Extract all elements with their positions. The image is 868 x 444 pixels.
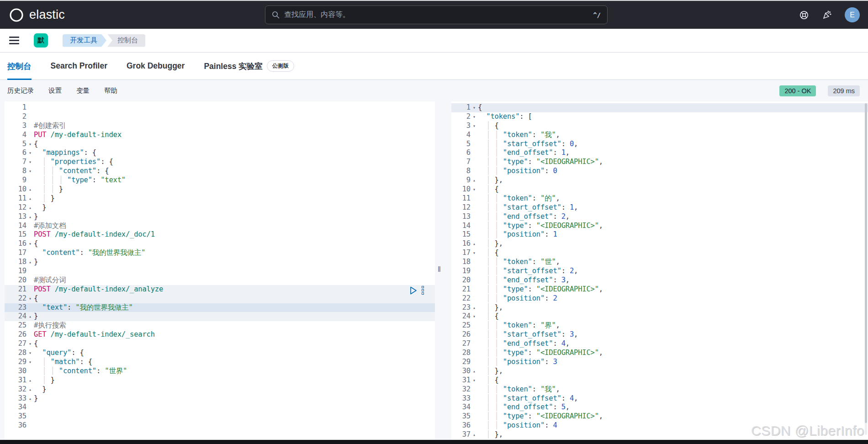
code-text[interactable]: [34, 112, 435, 122]
code-text[interactable]: [34, 412, 435, 421]
fold-toggle-icon[interactable]: ▾: [26, 358, 34, 367]
code-text[interactable]: │ │ "end_offset": 5,: [478, 403, 868, 412]
response-scrollbar-thumb[interactable]: [865, 103, 867, 423]
code-text[interactable]: "text": "我的世界我做主": [34, 303, 435, 312]
code-text[interactable]: "mappings": {: [34, 148, 435, 158]
fold-toggle-icon[interactable]: ▴: [26, 258, 34, 267]
fold-toggle-icon[interactable]: ▴: [26, 394, 34, 403]
code-text[interactable]: [34, 267, 435, 276]
code-text[interactable]: │ │ "content": {: [34, 167, 435, 176]
code-text[interactable]: │ │ "start_offset": 4,: [478, 394, 868, 403]
code-text[interactable]: {: [34, 140, 435, 149]
user-avatar[interactable]: E: [845, 7, 860, 22]
request-options-icon[interactable]: [422, 286, 424, 295]
code-text[interactable]: │ │ "position": 2: [478, 294, 868, 303]
fold-toggle-icon[interactable]: ▴: [471, 367, 478, 376]
code-text[interactable]: │ │ "end_offset": 1,: [478, 148, 868, 158]
code-text[interactable]: }: [34, 312, 435, 321]
global-search-input[interactable]: 查找应用、内容等。 ^/: [265, 5, 608, 24]
fold-toggle-icon[interactable]: ▴: [471, 430, 478, 439]
code-text[interactable]: │ │ }: [34, 185, 435, 194]
code-text[interactable]: │ },: [478, 367, 868, 376]
code-text[interactable]: │ │ "type": "<IDEOGRAPHIC>",: [478, 158, 868, 167]
code-text[interactable]: │ │ "position": 3: [478, 358, 868, 367]
code-text[interactable]: POST /my-default-index/_analyze: [34, 285, 435, 294]
code-text[interactable]: GET /my-default-index/_search: [34, 330, 435, 339]
code-text[interactable]: │ {: [478, 185, 868, 194]
code-text[interactable]: │ │ "end_offset": 4,: [478, 339, 868, 349]
code-text[interactable]: [34, 421, 435, 430]
fold-toggle-icon[interactable]: ▴: [26, 203, 34, 212]
fold-toggle-icon[interactable]: ▾: [471, 103, 478, 112]
fold-toggle-icon[interactable]: ▾: [471, 248, 478, 258]
code-text[interactable]: │ │ "start_offset": 2,: [478, 267, 868, 276]
code-text[interactable]: }: [34, 212, 435, 222]
code-text[interactable]: │ },: [478, 239, 868, 248]
fold-toggle-icon[interactable]: ▾: [26, 140, 34, 149]
code-text[interactable]: │ │ "position": 0: [478, 167, 868, 176]
send-request-icon[interactable]: [410, 286, 417, 295]
code-text[interactable]: }: [34, 203, 435, 212]
breadcrumb-dev-tools[interactable]: 开发工具: [63, 34, 106, 47]
code-text[interactable]: │ │ "end_offset": 3,: [478, 276, 868, 285]
code-text[interactable]: PUT /my-default-index: [34, 131, 435, 140]
code-text[interactable]: │ },: [478, 176, 868, 185]
fold-toggle-icon[interactable]: ▾: [26, 339, 34, 349]
code-text[interactable]: │ {: [478, 122, 868, 131]
code-text[interactable]: }: [34, 394, 435, 403]
code-text[interactable]: #创建索引: [34, 122, 435, 131]
code-text[interactable]: │ │ "token": "世",: [478, 258, 868, 267]
fold-toggle-icon[interactable]: ▴: [26, 376, 34, 385]
code-text[interactable]: │ {: [478, 376, 868, 385]
fold-toggle-icon[interactable]: ▴: [26, 385, 34, 394]
code-text[interactable]: "query": {: [34, 349, 435, 358]
code-text[interactable]: │ {: [478, 312, 868, 321]
fold-toggle-icon[interactable]: ▾: [26, 239, 34, 248]
fold-toggle-icon[interactable]: ▾: [26, 148, 34, 158]
code-text[interactable]: [34, 103, 435, 112]
news-icon[interactable]: [822, 10, 832, 20]
code-text[interactable]: │ │ "start_offset": 1,: [478, 203, 868, 212]
code-text[interactable]: │ │ "start_offset": 3,: [478, 330, 868, 339]
code-text[interactable]: "content": "我的世界我做主": [34, 248, 435, 258]
fold-toggle-icon[interactable]: ▴: [26, 185, 34, 194]
code-text[interactable]: #添加文档: [34, 222, 435, 231]
pane-splitter[interactable]: ‖: [435, 101, 451, 439]
code-text[interactable]: │ {: [478, 248, 868, 258]
code-text[interactable]: }: [34, 258, 435, 267]
history-menu-button[interactable]: 历史记录: [7, 86, 34, 95]
response-editor[interactable]: 1▾{2▾ "tokens": [3▾ │ {4 │ │ "token": "我…: [451, 101, 868, 439]
code-text[interactable]: │ │ │ "type": "text": [34, 176, 435, 185]
menu-icon[interactable]: [9, 37, 19, 44]
code-text[interactable]: │ │ "content": "世界": [34, 367, 435, 376]
fold-toggle-icon[interactable]: ▴: [471, 176, 478, 185]
fold-toggle-icon[interactable]: ▴: [471, 239, 478, 248]
code-text[interactable]: │ │ "start_offset": 0,: [478, 140, 868, 149]
fold-toggle-icon[interactable]: ▴: [471, 303, 478, 312]
tab-grok-debugger[interactable]: Grok Debugger: [127, 53, 185, 79]
code-text[interactable]: "tokens": [: [478, 112, 868, 122]
code-text[interactable]: │ │ "type": "<IDEOGRAPHIC>",: [478, 349, 868, 358]
fold-toggle-icon[interactable]: ▴: [26, 212, 34, 222]
code-text[interactable]: │ },: [478, 303, 868, 312]
code-text[interactable]: │ "match": {: [34, 358, 435, 367]
code-text[interactable]: │ │ "token": "我",: [478, 131, 868, 140]
code-text[interactable]: {: [34, 294, 435, 303]
code-text[interactable]: │ "properties": {: [34, 158, 435, 167]
fold-toggle-icon[interactable]: ▴: [26, 312, 34, 321]
code-text[interactable]: [34, 403, 435, 412]
fold-toggle-icon[interactable]: ▾: [26, 349, 34, 358]
tab-search-profiler[interactable]: Search Profiler: [51, 53, 108, 79]
help-menu-button[interactable]: 帮助: [104, 86, 117, 95]
fold-toggle-icon[interactable]: ▾: [471, 312, 478, 321]
request-editor[interactable]: 123#创建索引4PUT /my-default-index5▾{6▾ "map…: [5, 101, 435, 439]
code-text[interactable]: {: [478, 103, 868, 112]
tab-console[interactable]: 控制台: [7, 53, 32, 79]
response-scrollbar[interactable]: [865, 103, 867, 435]
code-text[interactable]: }: [34, 385, 435, 394]
fold-toggle-icon[interactable]: ▾: [471, 185, 478, 194]
space-badge[interactable]: 默: [34, 33, 48, 48]
elastic-logo[interactable]: elastic: [8, 7, 65, 23]
settings-menu-button[interactable]: 设置: [48, 86, 62, 95]
code-text[interactable]: │ │ "position": 1: [478, 230, 868, 239]
